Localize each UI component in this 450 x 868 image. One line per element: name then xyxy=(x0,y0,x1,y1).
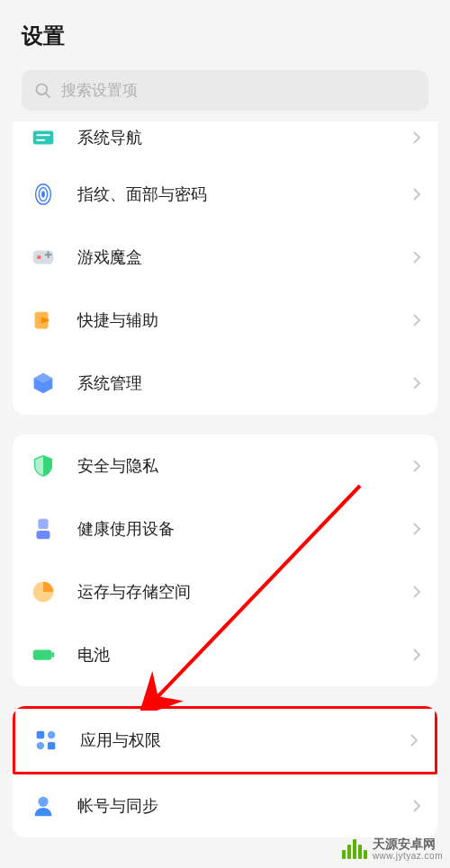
svg-rect-20 xyxy=(37,731,44,738)
settings-row-health[interactable]: 健康使用设备 xyxy=(13,497,437,560)
svg-rect-19 xyxy=(51,652,54,658)
battery-icon xyxy=(29,640,58,669)
settings-row-fingerprint[interactable]: 指纹、面部与密码 xyxy=(13,163,437,226)
svg-rect-2 xyxy=(33,131,54,145)
chevron-right-icon xyxy=(412,187,421,201)
row-label: 安全与隐私 xyxy=(77,455,412,477)
svg-point-0 xyxy=(37,84,48,94)
svg-rect-4 xyxy=(37,139,45,141)
watermark-logo-icon xyxy=(342,839,367,859)
shortcut-icon xyxy=(29,306,58,335)
chevron-right-icon xyxy=(412,799,421,813)
chevron-right-icon xyxy=(412,648,421,662)
svg-rect-23 xyxy=(48,742,55,749)
health-icon xyxy=(29,515,58,543)
header: 设置 xyxy=(0,0,450,63)
svg-rect-3 xyxy=(37,134,50,136)
svg-rect-22 xyxy=(37,742,44,749)
chevron-right-icon xyxy=(410,733,418,747)
settings-row-storage[interactable]: 运存与存储空间 xyxy=(13,560,437,623)
svg-line-1 xyxy=(46,93,50,97)
settings-row-system-nav[interactable]: 系统导航 xyxy=(13,121,437,163)
row-label: 健康使用设备 xyxy=(77,518,412,540)
watermark-url: www.jytyaz.com xyxy=(373,851,443,861)
system-icon xyxy=(29,369,58,398)
shield-icon xyxy=(29,452,58,480)
row-label: 指纹、面部与密码 xyxy=(77,183,412,205)
account-icon xyxy=(29,792,58,820)
storage-icon xyxy=(29,577,58,606)
settings-row-security[interactable]: 安全与隐私 xyxy=(13,434,437,497)
chevron-right-icon xyxy=(412,585,421,599)
settings-group-3: 应用与权限 帐号与同步 xyxy=(13,706,437,837)
search-input[interactable]: 搜索设置项 xyxy=(22,70,428,111)
svg-point-9 xyxy=(37,255,41,260)
apps-icon xyxy=(32,726,60,755)
settings-row-apps-permissions[interactable]: 应用与权限 xyxy=(13,706,437,774)
svg-point-7 xyxy=(41,191,45,198)
search-placeholder: 搜索设置项 xyxy=(61,80,138,101)
svg-rect-11 xyxy=(48,251,50,258)
row-label: 快捷与辅助 xyxy=(77,309,412,331)
svg-rect-18 xyxy=(33,649,52,659)
settings-group-2: 安全与隐私 健康使用设备 运存与存储空间 电池 xyxy=(13,434,437,686)
row-label: 游戏魔盒 xyxy=(77,246,412,268)
chevron-right-icon xyxy=(412,250,421,264)
svg-rect-15 xyxy=(38,519,48,529)
row-label: 系统管理 xyxy=(77,372,412,394)
chevron-right-icon xyxy=(412,376,421,390)
settings-row-battery[interactable]: 电池 xyxy=(13,623,437,686)
chevron-right-icon xyxy=(412,313,421,327)
settings-row-shortcut[interactable]: 快捷与辅助 xyxy=(13,289,437,352)
svg-rect-8 xyxy=(33,251,54,264)
search-icon xyxy=(34,82,52,100)
fingerprint-icon xyxy=(29,180,58,209)
settings-row-account-sync[interactable]: 帐号与同步 xyxy=(13,774,437,837)
row-label: 运存与存储空间 xyxy=(77,581,412,603)
svg-rect-16 xyxy=(37,531,50,539)
settings-group-1: 系统导航 指纹、面部与密码 游戏魔盒 快捷与辅助 系统管理 xyxy=(13,121,437,415)
watermark-text: 天源安卓网 xyxy=(373,837,443,851)
row-label: 帐号与同步 xyxy=(77,795,412,817)
chevron-right-icon xyxy=(412,130,421,145)
row-label: 系统导航 xyxy=(77,127,412,148)
row-label: 应用与权限 xyxy=(80,729,410,751)
svg-point-24 xyxy=(38,797,48,807)
nav-icon xyxy=(29,123,58,152)
chevron-right-icon xyxy=(412,522,421,536)
page-title: 设置 xyxy=(22,22,428,50)
row-label: 电池 xyxy=(77,644,412,666)
svg-rect-21 xyxy=(48,731,55,738)
chevron-right-icon xyxy=(412,459,421,473)
settings-row-system[interactable]: 系统管理 xyxy=(13,352,437,415)
settings-row-gamebox[interactable]: 游戏魔盒 xyxy=(13,226,437,289)
gamebox-icon xyxy=(29,243,58,272)
watermark: 天源安卓网 www.jytyaz.com xyxy=(342,837,443,861)
